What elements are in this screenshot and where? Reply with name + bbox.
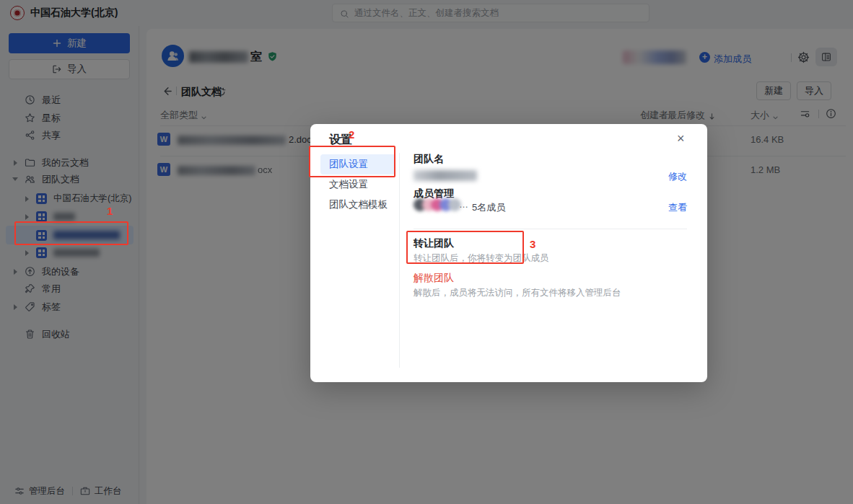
divider [399, 153, 400, 368]
disband-team-option[interactable]: 解散团队 [414, 272, 454, 285]
redacted-member-avatars [414, 198, 461, 211]
annotation-box-2 [309, 146, 395, 177]
menu-team-templates[interactable]: 团队文档模板 [320, 195, 395, 215]
ellipsis: … [459, 199, 469, 210]
annotation-number-1: 1 [107, 205, 113, 217]
menu-doc-settings[interactable]: 文档设置 [320, 174, 395, 195]
annotation-box-3 [406, 231, 524, 264]
divider [414, 229, 687, 229]
annotation-number-2: 2 [349, 128, 354, 141]
redacted-team-name-value [414, 170, 477, 181]
team-name-label: 团队名 [414, 153, 444, 166]
member-count: 5名成员 [472, 201, 505, 214]
view-link[interactable]: 查看 [668, 201, 687, 214]
disband-team-desc: 解散后，成员将无法访问，所有文件将移入管理后台 [414, 287, 621, 299]
close-icon[interactable]: × [677, 131, 685, 146]
annotation-box-1 [14, 221, 128, 245]
annotation-number-3: 3 [530, 238, 535, 250]
modify-link[interactable]: 修改 [668, 170, 687, 183]
